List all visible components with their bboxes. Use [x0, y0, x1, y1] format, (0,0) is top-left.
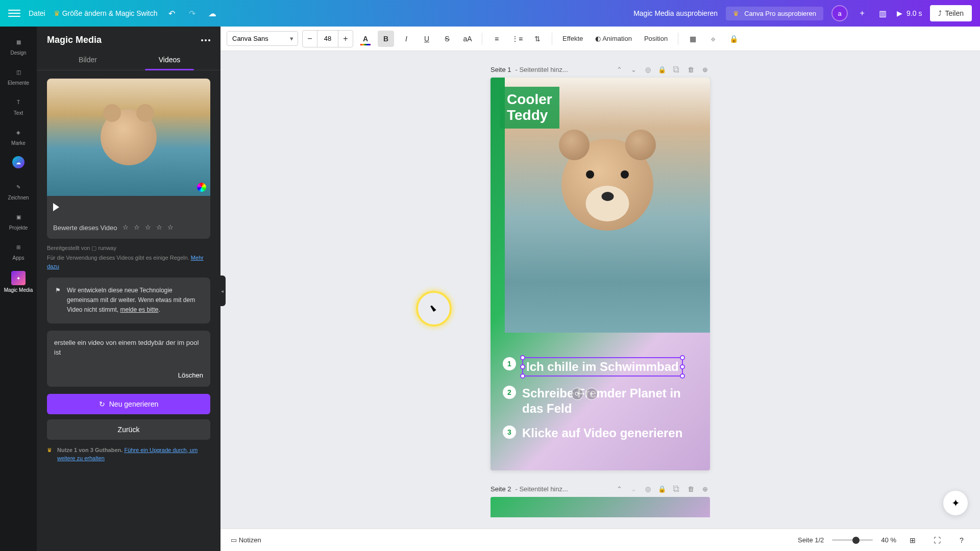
grid-view-button[interactable]: ⊞: [904, 532, 921, 548]
step-badge: 3: [503, 425, 516, 439]
prompt-textarea[interactable]: erstelle ein video von einem teddybär de…: [47, 331, 210, 387]
share-button[interactable]: ⤴ Teilen: [930, 5, 972, 21]
floating-controls[interactable]: ⟳ +: [571, 388, 598, 400]
delete-page-button[interactable]: 🗑: [685, 484, 696, 494]
add-icon[interactable]: +: [585, 388, 598, 400]
duplicate-page-button[interactable]: ⿻: [671, 484, 681, 494]
page-down-button[interactable]: ⌄: [628, 64, 639, 74]
add-user-button[interactable]: +: [856, 7, 868, 19]
font-size-input[interactable]: [317, 31, 338, 47]
pro-cta-button[interactable]: ♛Canva Pro ausprobieren: [726, 7, 823, 20]
nav-design[interactable]: ▦Design: [0, 31, 37, 61]
add-page-button[interactable]: ⊕: [700, 484, 710, 494]
star-icon[interactable]: ☆: [134, 223, 142, 232]
page-2[interactable]: [491, 497, 710, 517]
font-size-decrease[interactable]: −: [303, 31, 317, 47]
generated-video-card[interactable]: Bewerte dieses Video ☆ ☆ ☆ ☆ ☆: [47, 79, 210, 239]
align-button[interactable]: ≡: [488, 31, 505, 47]
transparency-button[interactable]: ▦: [684, 31, 701, 47]
lock-page-button[interactable]: 🔒: [657, 64, 667, 74]
strikethrough-button[interactable]: S: [439, 31, 455, 47]
star-icon[interactable]: ☆: [156, 223, 164, 232]
nav-uploads[interactable]: ☁: [0, 151, 37, 176]
animation-button[interactable]: ◐ Animation: [591, 35, 636, 42]
text-color-button[interactable]: A: [357, 31, 374, 47]
back-button[interactable]: Zurück: [47, 419, 210, 440]
video-thumbnail: [47, 79, 210, 196]
underline-button[interactable]: U: [419, 31, 435, 47]
page-1-header: Seite 1 - Seitentitel hinz... ⌃ ⌄ ◎ 🔒 ⿻ …: [491, 61, 710, 78]
panel-menu-button[interactable]: [201, 39, 210, 41]
page-title-input[interactable]: - Seitentitel hinz...: [515, 66, 568, 73]
zoom-value[interactable]: 40 %: [881, 536, 896, 544]
star-icon[interactable]: ☆: [167, 223, 176, 232]
play-button[interactable]: [47, 196, 210, 218]
text-case-button[interactable]: aA: [459, 31, 476, 47]
lock-button[interactable]: 🔒: [725, 31, 742, 47]
page-1[interactable]: CoolerTeddy 1 Ich chille im Schwimmbad 2…: [491, 78, 710, 470]
effects-button[interactable]: Effekte: [558, 35, 587, 42]
delete-prompt-button[interactable]: Löschen: [178, 370, 203, 381]
tab-images[interactable]: Bilder: [47, 49, 129, 70]
file-menu[interactable]: Datei: [29, 9, 45, 17]
font-select[interactable]: Canva Sans: [227, 31, 298, 46]
hide-page-button[interactable]: ◎: [643, 484, 653, 494]
tab-videos[interactable]: Videos: [129, 49, 210, 70]
nav-apps[interactable]: ⊞Apps: [0, 236, 37, 266]
nav-magic-media[interactable]: ✦Magic Media: [0, 266, 37, 298]
nav-draw[interactable]: ✎Zeichnen: [0, 176, 37, 206]
page-up-button[interactable]: ⌃: [614, 64, 624, 74]
undo-button[interactable]: ↶: [165, 7, 178, 19]
menu-button[interactable]: [8, 7, 20, 19]
bold-button[interactable]: B: [378, 31, 394, 47]
flag-icon: ⚑: [55, 286, 61, 315]
page-counter: Seite 1/2: [798, 536, 824, 544]
spacing-button[interactable]: ⇅: [529, 31, 546, 47]
step-badge: 1: [503, 357, 516, 370]
italic-button[interactable]: I: [398, 31, 414, 47]
delete-page-button[interactable]: 🗑: [685, 64, 696, 74]
star-icon[interactable]: ☆: [122, 223, 131, 232]
nav-text[interactable]: TText: [0, 91, 37, 121]
rating-stars[interactable]: ☆ ☆ ☆ ☆ ☆: [122, 223, 176, 232]
assistant-button[interactable]: ✦: [943, 491, 968, 515]
doc-title[interactable]: Magic Media ausprobieren: [633, 9, 718, 17]
page-up-button[interactable]: ⌃: [614, 484, 624, 494]
info-box: ⚑ Wir entwickeln diese neue Technologie …: [47, 278, 210, 323]
magic-media-panel: Magic Media Bilder Videos Bewerte dieses…: [37, 27, 220, 551]
redo-button[interactable]: ↷: [186, 7, 198, 19]
title-text-box[interactable]: CoolerTeddy: [500, 87, 559, 129]
nav-elements[interactable]: ◫Elemente: [0, 61, 37, 91]
analytics-button[interactable]: ▥: [876, 7, 889, 19]
hide-page-button[interactable]: ◎: [643, 64, 653, 74]
rules-text: Für die Verwendung dieses Videos gibt es…: [47, 254, 210, 270]
duplicate-page-button[interactable]: ⿻: [671, 64, 681, 74]
notes-button[interactable]: ▭ Notizen: [231, 536, 261, 544]
user-avatar[interactable]: a: [831, 5, 848, 21]
nav-brand[interactable]: ◈Marke: [0, 121, 37, 151]
fullscreen-button[interactable]: ⛶: [929, 532, 945, 548]
step-3-text[interactable]: Klicke auf Video generieren: [522, 425, 682, 441]
step-2-text[interactable]: Schreibe Fremder Planet in das Feld: [522, 386, 698, 416]
font-size-increase[interactable]: +: [338, 31, 353, 47]
help-button[interactable]: ?: [953, 532, 970, 548]
lock-page-button[interactable]: 🔒: [657, 484, 667, 494]
position-button[interactable]: Position: [640, 35, 672, 42]
list-button[interactable]: ⋮≡: [509, 31, 525, 47]
zoom-slider[interactable]: [832, 539, 873, 541]
rotate-icon[interactable]: ⟳: [571, 388, 583, 400]
generate-button[interactable]: ↻ Neu generieren: [47, 394, 210, 414]
page-title-input[interactable]: - Seitentitel hinz...: [515, 485, 568, 493]
nav-projects[interactable]: ▣Projekte: [0, 206, 37, 236]
copy-style-button[interactable]: ⟐: [705, 31, 721, 47]
star-icon[interactable]: ☆: [145, 223, 153, 232]
resize-menu[interactable]: ♛Größe ändern & Magic Switch: [54, 9, 158, 17]
cursor-icon: [432, 305, 439, 312]
report-link[interactable]: melde es bitte: [120, 306, 158, 313]
duration-display[interactable]: ▶9.0 s: [897, 9, 922, 17]
page-down-button[interactable]: ⌄: [628, 484, 639, 494]
collapse-panel-button[interactable]: ◂: [218, 276, 226, 306]
credits-info: ♛ Nutze 1 von 3 Guthaben. Führe ein Upgr…: [47, 446, 210, 463]
step-1-text[interactable]: Ich chille im Schwimmbad: [522, 357, 683, 377]
add-page-button[interactable]: ⊕: [700, 64, 710, 74]
